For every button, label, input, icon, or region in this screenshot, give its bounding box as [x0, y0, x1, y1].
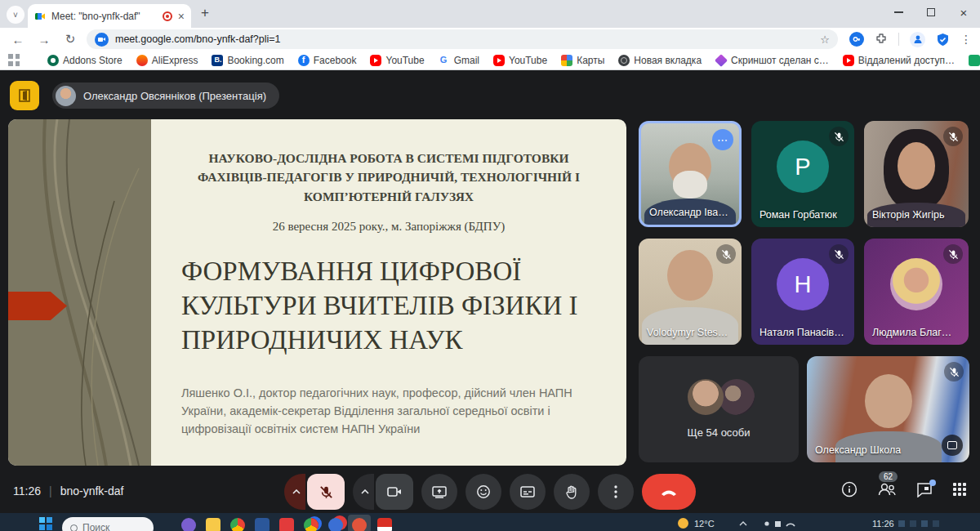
address-bar[interactable]: meet.google.com/bno-ynfk-daf?pli=1 ☆	[87, 29, 838, 49]
facebook-icon	[298, 55, 310, 66]
mic-muted-icon	[944, 362, 964, 382]
present-screen-button[interactable]	[421, 474, 457, 510]
bookmark-gmail[interactable]: Gmail	[439, 55, 479, 66]
bookmark-new-tab[interactable]: Новая вкладка	[618, 55, 702, 66]
bookmark-facebook[interactable]: Facebook	[298, 55, 357, 66]
mic-muted-icon	[716, 244, 736, 264]
url-text: meet.google.com/bno-ynfk-daf?pli=1	[115, 33, 813, 45]
camera-options-button[interactable]	[353, 474, 374, 510]
bookmark-maps[interactable]: Карты	[561, 55, 604, 66]
taskbar-app-edge-icon[interactable]	[181, 518, 196, 531]
bookmark-addons-store[interactable]: Addons Store	[47, 55, 122, 66]
bookmark-anne-frank[interactable]: Anne Frank Award f…	[969, 55, 980, 66]
taskbar-app-chrome-icon[interactable]	[230, 518, 245, 531]
taskbar-app-icon[interactable]	[377, 518, 392, 531]
captions-icon	[520, 486, 535, 498]
meet-control-bar: 11:26 | bno-ynfk-daf	[0, 470, 980, 513]
call-controls	[284, 474, 696, 510]
slide-date: 26 вересня 2025 року., м. Запоріжжя (БДП…	[165, 220, 612, 234]
bookmark-aliexpress[interactable]: AliExpress	[136, 55, 198, 66]
participant-name: Volodymyr Stes…	[647, 327, 728, 338]
tray-chevron-icon[interactable]	[739, 520, 747, 526]
pen-icon	[715, 54, 728, 67]
browser-tab[interactable]: Meet: "bno-ynfk-daf" ×	[28, 4, 191, 28]
back-button[interactable]: ←	[8, 33, 28, 47]
taskbar-clock: 11:26	[872, 519, 894, 529]
initial-avatar: Н	[777, 258, 829, 310]
taskbar-app-explorer-icon[interactable]	[206, 518, 220, 531]
profile-avatar[interactable]	[910, 32, 925, 47]
overflow-participants-tile[interactable]: Ще 54 особи	[639, 356, 799, 462]
taskbar-app-red-icon[interactable]	[279, 518, 294, 531]
end-call-icon	[660, 489, 678, 496]
more-options-button[interactable]	[598, 474, 634, 510]
hand-icon	[565, 485, 578, 499]
bookmark-youtube-1[interactable]: YouTube	[370, 55, 424, 66]
tray-right-icons[interactable]	[898, 520, 947, 528]
camera-toggle-button[interactable]	[376, 474, 413, 510]
bookmark-booking[interactable]: Booking.com	[212, 55, 283, 66]
chat-panel-button[interactable]	[916, 482, 933, 498]
participant-tile-oleksandr-iva[interactable]: ⋯ Олександр Іва…	[639, 121, 742, 227]
reactions-button[interactable]	[466, 474, 501, 510]
participant-tile-viktoria[interactable]: Вікторія Жигірь	[864, 121, 969, 227]
forward-button[interactable]: →	[34, 33, 54, 47]
present-icon	[432, 486, 447, 498]
extensions-icon[interactable]	[875, 33, 888, 46]
slide-title: ФОРМУВАННЯ ЦИФРОВОЇ КУЛЬТУРИ ВЧИТЕЛІВ ФІ…	[181, 255, 590, 358]
picture-in-picture-icon[interactable]	[942, 435, 963, 456]
captions-button[interactable]	[510, 474, 546, 510]
grid-icon	[952, 482, 967, 497]
bookmark-youtube-2[interactable]: YouTube	[493, 55, 547, 66]
mic-options-button[interactable]	[284, 474, 305, 510]
reload-button[interactable]: ↻	[60, 32, 80, 47]
apps-grid-icon[interactable]	[8, 54, 20, 66]
bookmark-remote-access[interactable]: Віддалений доступ…	[843, 55, 955, 66]
safety-check-icon[interactable]	[936, 33, 950, 47]
raise-hand-button[interactable]	[554, 474, 590, 510]
participant-tile-liudmyla[interactable]: Людмила Благ…	[864, 239, 969, 345]
taskbar-search[interactable]: Поиск	[62, 517, 154, 531]
bookmark-star-icon[interactable]: ☆	[820, 33, 830, 46]
minimize-button[interactable]	[882, 0, 915, 25]
presentation-slide[interactable]: НАУКОВО-ДОСЛІДНА РОБОТА В СИСТЕМІ ПІДГОТ…	[8, 119, 626, 466]
start-button[interactable]	[39, 517, 52, 530]
meeting-info: 11:26 | bno-ynfk-daf	[13, 484, 123, 498]
presenter-pill[interactable]: Олександр Овсянніков (Презентація)	[52, 83, 279, 109]
more-vertical-icon	[614, 485, 617, 498]
taskbar-app-chrome-badge-icon[interactable]	[304, 518, 318, 531]
gmail-icon	[439, 55, 450, 66]
taskbar-app-word-icon[interactable]	[255, 518, 270, 531]
bookmark-screenshot[interactable]: Скриншот сделан с…	[715, 55, 829, 66]
end-call-button[interactable]	[642, 474, 696, 510]
mic-toggle-button-muted[interactable]	[307, 474, 345, 510]
mic-control-group	[284, 474, 345, 510]
door-icon	[17, 88, 32, 103]
taskbar-app-badged-icon[interactable]	[328, 518, 343, 531]
tray-icons[interactable]	[764, 520, 796, 528]
slide-content: НАУКОВО-ДОСЛІДНА РОБОТА В СИСТЕМІ ПІДГОТ…	[165, 119, 612, 466]
close-button[interactable]: ×	[947, 0, 980, 25]
browser-menu-icon[interactable]: ⋮	[960, 33, 972, 46]
tab-search-button[interactable]: ˅	[7, 6, 24, 24]
activities-button[interactable]	[952, 482, 967, 497]
participants-panel-button[interactable]: 62	[877, 482, 897, 497]
participant-tile-shkola[interactable]: Олександр Школа	[807, 356, 969, 462]
back-to-home-button[interactable]	[10, 81, 39, 110]
password-manager-icon[interactable]	[849, 32, 864, 47]
new-tab-button[interactable]: +	[201, 5, 209, 21]
tile-more-options-icon[interactable]: ⋯	[712, 129, 733, 150]
chevron-down-icon: ˅	[13, 11, 18, 20]
participant-tile-volodymyr[interactable]: Volodymyr Stes…	[639, 239, 742, 345]
participant-tile-natalia[interactable]: Н Наталя Панасів…	[751, 239, 854, 345]
youtube-icon	[843, 55, 854, 66]
tab-close-button[interactable]: ×	[178, 11, 185, 22]
meeting-details-button[interactable]	[841, 481, 858, 498]
presenter-name: Олександр Овсянніков (Презентація)	[83, 90, 266, 102]
participant-name: Олександр Іва…	[649, 207, 728, 218]
participant-name: Людмила Благ…	[872, 327, 951, 338]
meet-site-icon	[95, 33, 109, 47]
taskbar-active-app[interactable]	[348, 515, 371, 531]
participant-tile-roman[interactable]: Р Роман Горбатюк	[751, 121, 854, 227]
maximize-button[interactable]	[915, 0, 947, 25]
